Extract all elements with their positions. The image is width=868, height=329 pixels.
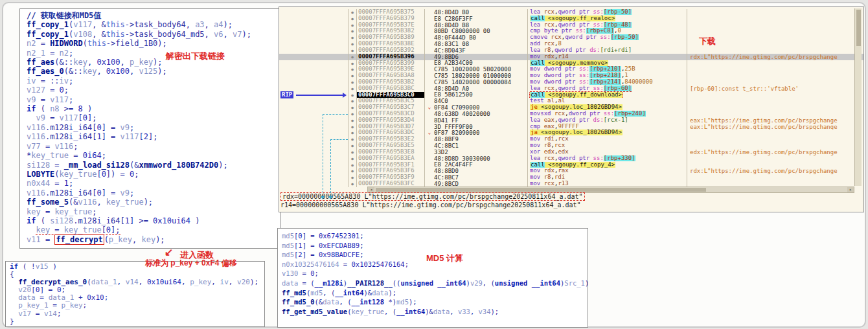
breakpoint-dot-icon[interactable]: ● (348, 162, 357, 168)
pseudocode-md5-line[interactable]: md5[1] = 0xEFCDAB89; (282, 241, 588, 251)
pseudocode-md5-line[interactable]: v130 = 0; (282, 269, 588, 278)
instruction-address[interactable]: 00007FFFA695B3B2 (357, 79, 425, 85)
disasm-row[interactable]: ●00007FFFA695B3DC⌄0F87 82090000ja <sogou… (279, 130, 863, 136)
disasm-row[interactable]: ●00007FFFA695B39649:8BD6mov rdx,r14rdx:L… (279, 54, 863, 60)
disasm-row[interactable]: ●00007FFFA695B3E54C:8BC1mov r8,rcx (279, 142, 863, 149)
disasm-row[interactable]: ●00007FFFA695B399E8 A2B34C00call <sogoup… (279, 60, 863, 67)
breakpoint-dot-icon[interactable]: ● (348, 60, 357, 67)
instruction-address[interactable]: 00007FFFA695B3D4 (357, 117, 425, 124)
pseudocode-decrypt-line[interactable]: v17 = v14; (10, 310, 264, 318)
breakpoint-dot-icon[interactable]: ● (348, 155, 357, 162)
disasm-row[interactable]: ●00007FFFA695B3E833D2xor edx,edxedx:L"ht… (279, 149, 863, 155)
breakpoint-dot-icon[interactable]: ● (348, 9, 357, 16)
breakpoint-dot-icon[interactable]: ● (348, 66, 357, 73)
breakpoint-dot-icon[interactable]: ● (348, 130, 357, 136)
pseudocode-main-line[interactable]: si128 = _mm_load_si128(&xmmword_180B742D… (27, 161, 280, 170)
instruction-address[interactable]: 00007FFFA695B3C5 (357, 98, 425, 104)
disasm-row[interactable]: ●00007FFFA695B3B2C785 14020000 00000084m… (279, 79, 863, 85)
instruction-address[interactable]: 00007FFFA695B3CD (357, 111, 425, 117)
instruction-text[interactable]: mov dword ptr ss:[rbp+210],25B (527, 66, 687, 73)
instruction-address[interactable]: 00007FFFA695B396 (357, 54, 425, 60)
instruction-address[interactable]: 00007FFFA695B3A8 (357, 73, 425, 79)
breakpoint-dot-icon[interactable]: ● (348, 54, 357, 60)
breakpoint-dot-icon[interactable]: ● (348, 79, 357, 85)
instruction-text[interactable]: test al,al (527, 98, 687, 104)
pseudocode-main-line[interactable]: n2_1 = n2; (27, 49, 280, 58)
breakpoint-dot-icon[interactable]: ● (348, 181, 357, 187)
breakpoint-dot-icon[interactable]: ● (348, 16, 357, 22)
instruction-text[interactable]: call <sogoupy.ff_download> (527, 92, 687, 98)
breakpoint-dot-icon[interactable]: ● (348, 92, 357, 98)
breakpoint-dot-icon[interactable]: ● (348, 98, 357, 104)
instruction-text[interactable]: add rcx,8 (527, 41, 687, 47)
instruction-address[interactable]: 00007FFFA695B3F6 (357, 168, 425, 174)
disasm-row[interactable]: ●00007FFFA695B3D73D FFFF9F00cmp eax,9FFF… (279, 124, 863, 130)
pseudocode-main-line[interactable]: iv = ::iv; (27, 76, 280, 85)
breakpoint-dot-icon[interactable]: ● (348, 168, 357, 174)
pseudocode-main-line[interactable]: // 获取链接和MD5值 (27, 11, 280, 20)
instruction-text[interactable]: lea rcx,qword ptr ss:[rbp-50] (527, 9, 687, 16)
breakpoint-dot-icon[interactable]: ● (348, 174, 357, 181)
breakpoint-dot-icon[interactable]: ● (348, 41, 357, 47)
pseudocode-main-line[interactable]: ff_copy_1(v108, &this->task_body64_md5, … (27, 30, 280, 39)
instruction-address[interactable]: 00007FFFA695B3C7 (357, 104, 425, 111)
instruction-address[interactable]: 00007FFFA695B3EA (357, 155, 425, 162)
pseudocode-main-line[interactable]: LOBYTE(key_true[0]) = 0; (27, 170, 280, 179)
pseudocode-main-line[interactable]: v11 = ff_decrypt(p_key, key); (27, 235, 280, 244)
pseudocode-main-line[interactable]: v116.m128i_i64[1] = v117[2]; (27, 132, 280, 141)
instruction-address[interactable]: 00007FFFA695B389 (357, 34, 425, 41)
disasm-row[interactable]: ●00007FFFA695B38280BD C8000000 00cmp byt… (279, 28, 863, 34)
instruction-address[interactable]: 00007FFFA695B3F1 (357, 162, 425, 168)
breakpoint-dot-icon[interactable]: ● (348, 142, 357, 149)
pseudocode-main-line[interactable]: n0x44 = 1; (27, 179, 280, 188)
instruction-text[interactable]: lea rcx,qword ptr ss:[rbp+330] (527, 155, 687, 162)
instruction-address[interactable]: 00007FFFA695B3E8 (357, 149, 425, 155)
pseudocode-md5-line[interactable]: ff_get_md5_value(key_true, (__int64)&dat… (282, 307, 588, 317)
disasm-row[interactable]: ●00007FFFA695B3D48D41 FFlea eax,qword pt… (279, 117, 863, 124)
pseudocode-main-line[interactable]: v116.m128i_i64[0] = v9; (27, 188, 280, 198)
instruction-address[interactable]: 00007FFFA695B3BC (357, 85, 425, 92)
instruction-address[interactable]: 00007FFFA695B392 (357, 47, 425, 54)
scroll-left-icon[interactable]: ◂ (368, 187, 374, 192)
disasm-row[interactable]: ●00007FFFA695B3F1E8 2AC4F4FFcall <sogoup… (279, 162, 863, 168)
disasm-row[interactable]: ●00007FFFA695B3924C:8D043Flea r8,qword p… (279, 47, 863, 54)
breakpoint-dot-icon[interactable]: ● (348, 34, 357, 41)
instruction-text[interactable]: call <sogoupy.memmove> (527, 60, 687, 67)
instruction-address[interactable]: 00007FFFA695B379 (357, 16, 425, 22)
breakpoint-dot-icon[interactable]: ● (348, 149, 357, 155)
instruction-text[interactable]: movsxd rcx,dword ptr ss:[rbp+240] (527, 111, 687, 117)
instruction-address[interactable]: 00007FFFA695B3E5 (357, 142, 425, 149)
disasm-row[interactable]: ●00007FFFA695B38E48:83C1 08add rcx,8 (279, 41, 863, 47)
register-info-rdx[interactable]: rdx=000000000565A830 L"https://ime.gtimg… (280, 193, 585, 200)
instruction-address[interactable]: 00007FFFA695B3DC (357, 130, 425, 136)
pseudocode-main-line[interactable]: ff_aes(&::key, 0x100, p_key); (27, 58, 280, 67)
disasm-row[interactable]: ●00007FFFA695B38948:0F444D B0cmove rcx,q… (279, 34, 863, 41)
disasm-row[interactable]: ●00007FFFA695B3F94C:8BC7mov r8,rdi (279, 174, 863, 181)
instruction-text[interactable]: mov rdi,rcx (527, 136, 687, 142)
disasm-row[interactable]: ●00007FFFA695B379E8 C286F3FFcall <sogoup… (279, 16, 863, 22)
disasm-row[interactable]: ●00007FFFA695B37548:8D4D B0lea rcx,qword… (279, 9, 863, 16)
instruction-text[interactable]: mov dword ptr ss:[rbp+218],1 (527, 73, 687, 79)
instruction-text[interactable]: mov r8,rdi (527, 174, 687, 181)
pseudocode-md5-line[interactable]: data = (__m128i)__PAIR128__((unsigned __… (282, 278, 588, 288)
pseudocode-main-line[interactable]: v9 = v117[0]; (27, 113, 280, 122)
pseudocode-main-line[interactable]: ff_aes_0(&::key, 0x100, v125); (27, 67, 280, 76)
instruction-address[interactable]: 00007FFFA695B399 (357, 60, 425, 67)
breakpoint-dot-icon[interactable]: ● (348, 136, 357, 142)
disasm-row[interactable]: ●00007FFFA695B3C7⌄0F84 C7090000je <sogou… (279, 104, 863, 111)
pseudocode-main-line[interactable]: v127 = 0; (27, 85, 280, 95)
pseudocode-md5-line[interactable]: ff_md5_0(&data, (__int128 *)md5); (282, 297, 588, 307)
instruction-text[interactable]: mov dword ptr ss:[rbp+214],84000000 (527, 79, 687, 85)
breakpoint-dot-icon[interactable]: ● (348, 22, 357, 28)
instruction-text[interactable]: lea r8,qword ptr ds:[rdi+rdi] (527, 47, 687, 54)
instruction-text[interactable]: lea eax,qword ptr ds:[rcx-1] (527, 117, 687, 124)
disasm-row[interactable]: ●00007FFFA695B3EA48:8D8D 30030000lea rcx… (279, 155, 863, 162)
scroll-right-icon[interactable]: ▸ (847, 187, 854, 192)
pseudocode-md5-line[interactable]: ff_md5(md5, (__int64)&data); (282, 288, 588, 298)
instruction-text[interactable]: cmove rcx,qword ptr ss:[rbp-50] (527, 34, 687, 41)
pseudocode-main-line[interactable]: v77 = v116; (27, 142, 280, 151)
pseudocode-main-line[interactable]: ff_some_5(&v116, key_true); (27, 198, 280, 207)
instruction-address[interactable]: 00007FFFA695B3F9 (357, 174, 425, 181)
register-info-r14[interactable]: r14=000000000565A830 L"https://ime.gtimg… (280, 201, 581, 209)
disasm-row[interactable]: ●00007FFFA695B3C584C0test al,al (279, 98, 863, 104)
